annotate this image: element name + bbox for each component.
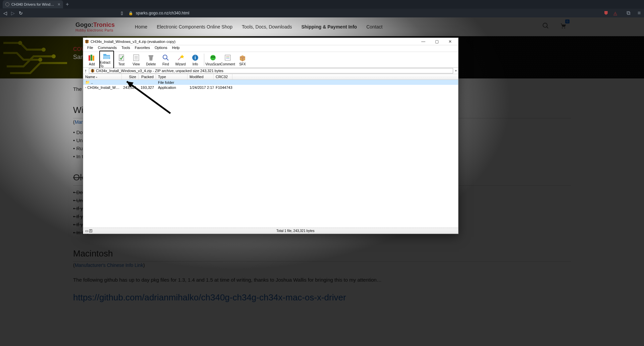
tab-title: CH340 Drivers for Windows, Mac xyxy=(11,2,56,6)
cart-badge: 0 xyxy=(565,19,570,23)
view-icon xyxy=(132,53,141,62)
winrar-icon xyxy=(85,39,89,44)
winrar-window: CH34x_Install_Windows_v3_4.zip (evaluati… xyxy=(83,38,459,234)
col-name[interactable]: Name ▴ xyxy=(83,74,122,79)
url-bar[interactable]: ▯ 🔒 sparks.gogo.co.nz/ch340.html xyxy=(27,11,599,15)
comment-button[interactable]: Comment xyxy=(220,53,235,66)
logo-text-b: Tronics xyxy=(93,21,115,28)
test-button[interactable]: Test xyxy=(114,53,129,66)
menubar: File Commands Tools Favorites Options He… xyxy=(83,45,458,52)
up-button[interactable]: ↑ xyxy=(85,68,87,73)
svg-rect-11 xyxy=(86,40,88,43)
disk-icon: ▭ xyxy=(85,229,88,233)
svg-rect-31 xyxy=(225,55,230,60)
svg-rect-15 xyxy=(119,55,124,61)
logo-sub: Hobby Electronic Parts xyxy=(75,28,115,32)
nav-tools[interactable]: Tools, Docs, Downloads xyxy=(242,24,292,30)
svg-point-28 xyxy=(210,55,216,60)
view-button[interactable]: View xyxy=(129,53,144,66)
virusscan-button[interactable]: VirusScan xyxy=(206,53,220,66)
menu-file[interactable]: File xyxy=(85,45,95,52)
svg-rect-13 xyxy=(91,55,92,61)
info-icon: i xyxy=(191,53,200,62)
cart-icon[interactable]: 0 xyxy=(559,22,567,31)
info-button[interactable]: iInfo xyxy=(188,53,203,66)
chevron-down-icon[interactable]: ▾ xyxy=(455,69,457,72)
menu-icon[interactable]: ≡ xyxy=(638,10,641,16)
reload-button[interactable]: ↻ xyxy=(19,10,23,16)
svg-rect-14 xyxy=(93,56,94,61)
search-icon[interactable] xyxy=(542,22,549,31)
table-row[interactable]: 📁 .. File folder xyxy=(83,80,458,85)
logo-text-a: Gogo: xyxy=(75,21,93,28)
find-button[interactable]: Find xyxy=(158,53,173,66)
menu-options[interactable]: Options xyxy=(153,45,169,52)
trash-icon xyxy=(147,53,155,62)
svg-line-24 xyxy=(166,58,168,60)
extract-to-button[interactable]: Extract To xyxy=(99,51,114,69)
table-row[interactable]: ▫ CH34x_Install_W… 243,321 193,327 Appli… xyxy=(83,85,458,90)
folder-icon: 📁 xyxy=(85,80,90,84)
mac-paragraph: The following github has up to day pkg f… xyxy=(73,276,571,284)
nav-shop[interactable]: Electronic Components Online Shop xyxy=(157,24,232,30)
column-headers: Name ▴ Size Packed Type Modified CRC32 xyxy=(83,74,458,80)
nav-contact[interactable]: Contact xyxy=(366,24,382,30)
shield-icon[interactable]: ⛊ xyxy=(603,10,609,16)
titlebar[interactable]: CH34x_Install_Windows_v3_4.zip (evaluati… xyxy=(83,38,458,45)
close-button[interactable]: ✕ xyxy=(443,39,457,44)
menu-favorites[interactable]: Favorites xyxy=(133,45,152,52)
col-packed[interactable]: Packed xyxy=(139,74,156,79)
browser-tab[interactable]: CH340 Drivers for Windows, Mac × xyxy=(3,0,63,8)
globe-icon xyxy=(5,2,9,6)
col-crc[interactable]: CRC32 xyxy=(214,74,232,79)
github-link[interactable]: https://github.com/adrianmihalko/ch340g-… xyxy=(73,292,346,302)
mac-manuf-link[interactable]: Manufacturer's Chinese Info Link xyxy=(75,263,143,268)
maximize-button[interactable]: ▢ xyxy=(430,39,443,44)
nav-shipping[interactable]: Shipping & Payment Info xyxy=(301,24,357,30)
add-button[interactable]: Add xyxy=(85,53,99,66)
site-logo[interactable]: Gogo:Tronics Hobby Electronic Parts xyxy=(75,21,115,32)
bookmark-icon[interactable]: ▯ xyxy=(121,11,123,15)
extension-icon[interactable]: ◬ xyxy=(612,10,619,16)
close-icon[interactable]: × xyxy=(58,2,60,7)
svg-line-1 xyxy=(547,27,548,28)
tab-bar: CH340 Drivers for Windows, Mac × + xyxy=(0,0,644,9)
svg-point-2 xyxy=(562,27,563,28)
svg-point-29 xyxy=(212,57,213,58)
url-text: sparks.gogo.co.nz/ch340.html xyxy=(136,11,189,15)
svg-point-0 xyxy=(543,23,547,27)
windows-manuf-link[interactable]: Man xyxy=(75,119,84,125)
virus-icon xyxy=(209,53,217,62)
svg-point-6 xyxy=(42,48,46,52)
reader-icon[interactable]: ⧉ xyxy=(627,10,630,16)
col-size[interactable]: Size xyxy=(122,74,139,79)
nav-home[interactable]: Home xyxy=(135,24,147,30)
col-type[interactable]: Type xyxy=(156,74,187,79)
test-icon xyxy=(117,53,126,62)
mac-sublink: (Manufacturer's Chinese Info Link) xyxy=(73,262,571,269)
minimize-button[interactable]: — xyxy=(417,39,430,44)
menu-help[interactable]: Help xyxy=(170,45,182,52)
new-tab-button[interactable]: + xyxy=(66,1,69,7)
delete-button[interactable]: Delete xyxy=(144,53,158,66)
extension-icons: ⛊ ◬ xyxy=(603,10,619,16)
books-icon xyxy=(88,53,96,62)
svg-rect-20 xyxy=(149,55,153,56)
svg-rect-37 xyxy=(92,69,93,72)
site-header: Gogo:Tronics Hobby Electronic Parts Home… xyxy=(0,17,644,36)
path-input[interactable]: CH34x_Install_Windows_v3_4.zip - ZIP arc… xyxy=(89,68,453,73)
comment-icon xyxy=(223,53,232,62)
svg-text:i: i xyxy=(195,55,196,60)
forward-button[interactable]: ▷ xyxy=(11,10,15,16)
sfx-button[interactable]: SFX xyxy=(235,53,250,66)
col-modified[interactable]: Modified xyxy=(187,74,214,79)
search-icon xyxy=(161,53,170,62)
wizard-button[interactable]: Wizard xyxy=(173,53,188,66)
svg-point-30 xyxy=(214,57,215,58)
back-button[interactable]: ◁ xyxy=(3,10,7,16)
menu-tools[interactable]: Tools xyxy=(119,45,132,52)
toolbar: Add Extract To Test View Delete Find Wiz… xyxy=(83,52,458,68)
file-list[interactable]: 📁 .. File folder ▫ CH34x_Install_W… 243,… xyxy=(83,80,458,221)
lock-icon: 🔒 xyxy=(128,11,133,15)
svg-point-5 xyxy=(18,41,22,45)
